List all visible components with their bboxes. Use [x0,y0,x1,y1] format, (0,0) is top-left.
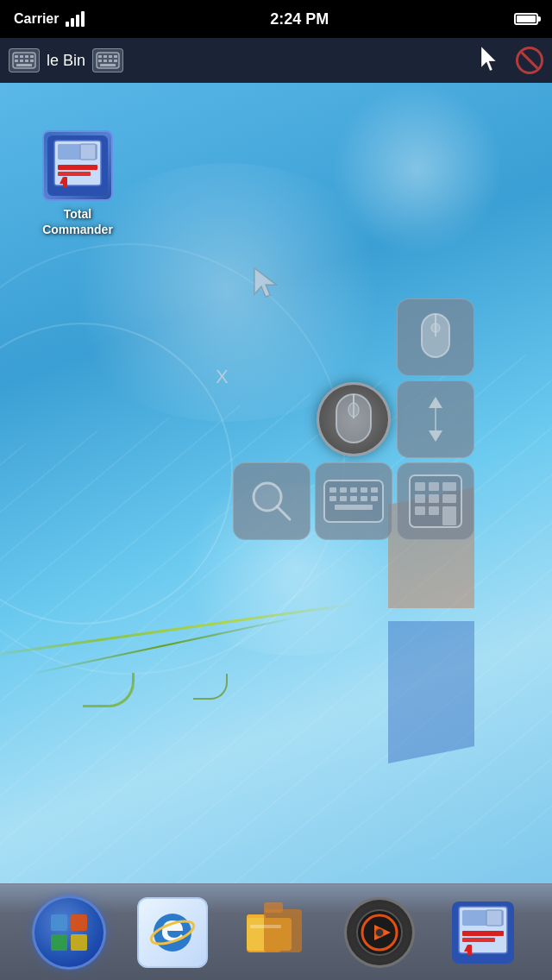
svg-rect-53 [415,494,425,503]
svg-rect-40 [350,487,357,493]
ie-svg [147,907,198,958]
svg-rect-17 [109,60,112,62]
search-svg [248,478,295,525]
ie-icon [137,897,208,968]
svg-rect-27 [63,177,67,187]
plant-decoration-2 [28,616,298,675]
cp-cell-mouse-main[interactable] [317,382,391,456]
svg-point-33 [348,403,359,417]
svg-rect-78 [486,910,502,926]
svg-rect-79 [462,931,504,936]
ban-icon[interactable] [516,47,543,74]
svg-rect-44 [340,496,347,501]
light-orb-3 [331,83,504,255]
cursor-svg [478,45,502,72]
taskbar-explorer-button[interactable] [237,897,315,968]
svg-point-74 [375,928,384,937]
plant-curl-2 [193,674,228,700]
svg-rect-14 [114,55,117,58]
scroll-svg [422,393,449,446]
svg-rect-38 [329,487,336,493]
svg-rect-19 [100,64,116,66]
svg-rect-52 [442,482,456,491]
svg-rect-12 [104,55,107,58]
svg-rect-11 [98,55,102,58]
panel-cursor-arrow [250,264,280,302]
svg-rect-56 [415,506,425,515]
explorer-icon [241,897,311,968]
panel-cursor-svg [250,264,280,298]
cp-cell-scroll[interactable] [397,380,474,458]
keyboard-icon-right[interactable] [92,48,123,72]
keyboard-svg-2 [96,52,120,69]
taskbar-ie-button[interactable] [134,897,211,968]
svg-rect-42 [371,487,378,493]
taskbar [0,883,552,980]
control-panel-grid [233,298,448,540]
svg-rect-39 [340,487,347,493]
cp-cell-numpad[interactable] [397,462,474,540]
battery-icon [514,13,538,25]
keyboard-cell-svg [323,479,385,524]
svg-rect-59 [51,914,67,931]
cp-cell-search[interactable] [233,462,310,540]
total-commander-label: Total Commander [42,206,113,237]
cp-cell-empty-1 [233,298,310,376]
svg-rect-3 [25,55,28,58]
cp-cell-keyboard[interactable] [315,462,392,540]
svg-rect-8 [30,60,34,62]
control-panel: X [233,290,448,497]
svg-rect-62 [71,934,87,951]
svg-rect-24 [58,165,97,170]
svg-rect-68 [264,909,302,952]
svg-rect-2 [20,55,23,58]
wifi-icon [66,11,85,27]
taskbar-tc-button[interactable] [444,897,522,968]
status-right [514,13,538,25]
desktop: Total Commander X [0,83,552,883]
total-commander-desktop-icon[interactable]: Total Commander [26,130,129,237]
toolbar: le Bin [0,38,552,83]
svg-rect-45 [350,496,357,501]
windows-logo-svg [47,911,91,954]
cp-cell-empty-2 [315,298,392,376]
svg-rect-54 [429,494,439,503]
battery-fill [517,16,536,22]
svg-rect-23 [80,144,96,160]
numpad-svg [408,474,463,529]
svg-rect-16 [104,60,107,62]
svg-point-30 [431,324,440,332]
svg-rect-18 [114,60,117,62]
carrier-label: Carrier [14,11,59,27]
windows-start-icon [32,895,106,970]
keyboard-icon-left[interactable] [9,48,40,72]
tc-taskbar-icon [448,897,518,968]
taskbar-media-button[interactable] [341,897,418,968]
keyboard-svg [12,52,36,69]
svg-rect-70 [250,925,281,928]
svg-rect-46 [361,496,367,501]
svg-line-36 [277,506,290,519]
svg-rect-43 [329,496,336,501]
total-commander-icon-image [42,130,113,201]
plant-decoration-1 [0,603,355,659]
total-commander-icon-svg [47,135,108,196]
svg-rect-5 [15,60,18,62]
svg-rect-51 [429,482,439,491]
svg-rect-57 [429,506,439,515]
taskbar-start-button[interactable] [30,897,108,968]
cp-cell-mouse-click[interactable] [397,298,474,376]
svg-rect-48 [335,505,373,510]
media-icon [344,897,415,968]
cursor-icon[interactable] [478,45,502,76]
svg-rect-1 [15,55,18,58]
mouse-main-svg [331,393,376,446]
explorer-svg [243,902,309,963]
svg-rect-61 [51,934,67,951]
svg-rect-7 [25,60,28,62]
svg-rect-6 [20,60,23,62]
svg-rect-82 [467,945,472,955]
tc-taskbar-svg [452,901,514,964]
status-left: Carrier [14,11,85,27]
svg-rect-80 [462,938,495,942]
